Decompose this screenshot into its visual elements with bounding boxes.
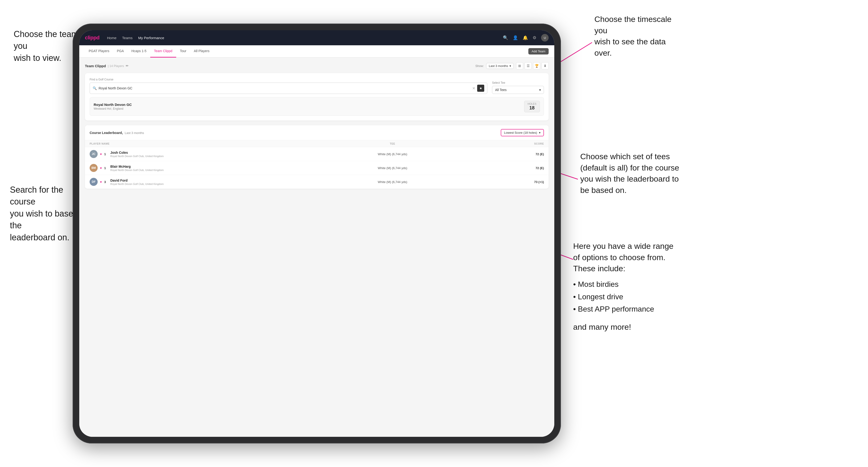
tablet-shell: clippd Home Teams My Performance 🔍 👤 🔔 ⚙…	[73, 24, 561, 443]
annotation-timescale: Choose the timescale you wish to see the…	[594, 14, 684, 59]
leaderboard-card: Course Leaderboard, Last 3 months Lowest…	[85, 125, 549, 189]
annotation-options: Here you have a wide range of options to…	[573, 241, 673, 333]
team-header: Team Clippd | 14 Players ✏ Show: Last 3 …	[85, 62, 549, 69]
nav-home[interactable]: Home	[107, 36, 117, 40]
tab-hcaps[interactable]: Hcaps 1-5	[128, 45, 150, 58]
player-avatar-3: DF	[90, 178, 98, 186]
favorite-icon-2[interactable]: ♥	[100, 166, 102, 170]
course-result: Royal North Devon GC Westward Ho!, Engla…	[90, 97, 544, 116]
annotation-tees: Choose which set of tees (default is all…	[580, 151, 679, 196]
bell-icon[interactable]: 🔔	[523, 35, 528, 40]
favorite-icon-3[interactable]: ♥	[100, 180, 102, 184]
show-dropdown[interactable]: Last 3 months ▾	[486, 63, 514, 69]
nav-teams[interactable]: Teams	[122, 36, 132, 40]
tab-pga[interactable]: PGA	[113, 45, 128, 58]
course-result-info: Royal North Devon GC Westward Ho!, Engla…	[94, 102, 132, 111]
show-controls: Show: Last 3 months ▾ ⊞ ☰ 🏆 ⬇	[475, 62, 549, 69]
clear-search-icon[interactable]: ✕	[472, 86, 475, 91]
list-view-button[interactable]: ☰	[525, 62, 532, 69]
tee-dropdown[interactable]: All Tees ▾	[492, 86, 544, 94]
player-info-1: Josh Coles Royal North Devon Golf Club, …	[111, 151, 164, 158]
download-button[interactable]: ⬇	[541, 62, 549, 69]
leaderboard-title: Course Leaderboard, Last 3 months	[90, 131, 144, 135]
course-location: Westward Ho!, England	[94, 107, 132, 111]
player-col-2: BM ♥ 1 Blair McHarg Royal North Devon Go…	[90, 164, 317, 172]
nav-links: Home Teams My Performance	[107, 36, 164, 40]
chevron-down-icon: ▾	[539, 88, 541, 92]
player-avatar-2: BM	[90, 164, 98, 172]
player-info-2: Blair McHarg Royal North Devon Golf Club…	[111, 165, 164, 172]
search-input-row: 🔍 ✕ ★	[90, 83, 487, 94]
trophy-view-button[interactable]: 🏆	[533, 62, 540, 69]
search-icon: 🔍	[93, 86, 97, 90]
player-rank-2: 1	[104, 166, 108, 170]
users-icon[interactable]: 👤	[513, 35, 518, 40]
th-tee: TEE	[317, 142, 468, 145]
course-search-input[interactable]	[99, 86, 470, 90]
player-rank-1: 1	[104, 152, 108, 156]
score-type-dropdown[interactable]: Lowest Score (18 holes) ▾	[501, 129, 544, 136]
leaderboard-header: Course Leaderboard, Last 3 months Lowest…	[85, 125, 549, 140]
annotation-team-view: Choose the team you wish to view.	[14, 28, 80, 64]
tablet-screen: clippd Home Teams My Performance 🔍 👤 🔔 ⚙…	[79, 30, 554, 437]
chevron-down-icon: ▾	[539, 131, 540, 134]
holes-badge: Holes 18	[524, 101, 540, 112]
settings-icon[interactable]: ⚙	[533, 35, 536, 40]
table-row: BM ♥ 1 Blair McHarg Royal North Devon Go…	[85, 161, 549, 175]
tee-section: Select Tee All Tees ▾	[492, 81, 544, 94]
score-col-3: 73 (+1)	[468, 180, 544, 184]
player-col-3: DF ♥ 3 David Ford Royal North Devon Golf…	[90, 178, 317, 186]
user-avatar[interactable]: U	[541, 34, 549, 41]
tee-col-3: White (M) (6,744 yds)	[317, 180, 468, 184]
player-info-3: David Ford Royal North Devon Golf Club, …	[111, 179, 164, 185]
add-team-button[interactable]: Add Team	[528, 48, 549, 55]
team-title: Team Clippd | 14 Players ✏	[85, 64, 129, 68]
main-content: Team Clippd | 14 Players ✏ Show: Last 3 …	[79, 58, 554, 437]
show-label: Show:	[475, 64, 484, 68]
course-search-row: Find a Golf Course 🔍 ✕ ★ Select Tee	[90, 78, 544, 94]
tee-col-1: White (M) (6,744 yds)	[317, 152, 468, 156]
search-section: Find a Golf Course 🔍 ✕ ★	[90, 78, 487, 94]
star-favorite-button[interactable]: ★	[477, 85, 484, 92]
annotation-course-search: Search for the course you wish to base t…	[10, 184, 81, 243]
sub-nav: PGAT Players PGA Hcaps 1-5 Team Clippd T…	[79, 45, 554, 58]
edit-team-icon[interactable]: ✏	[126, 64, 129, 68]
th-player-name: PLAYER NAME	[90, 142, 317, 145]
nav-my-performance[interactable]: My Performance	[138, 36, 164, 40]
find-course-label: Find a Golf Course	[90, 78, 487, 81]
score-col-1: 72 (E)	[468, 152, 544, 156]
app-logo: clippd	[85, 35, 99, 41]
player-count: | 14 Players	[108, 64, 124, 68]
tab-pgat-players[interactable]: PGAT Players	[85, 45, 113, 58]
th-score: SCORE	[468, 142, 544, 145]
view-icons: ⊞ ☰ 🏆 ⬇	[516, 62, 549, 69]
favorite-icon-1[interactable]: ♥	[100, 152, 102, 156]
chevron-down-icon: ▾	[509, 64, 511, 68]
grid-view-button[interactable]: ⊞	[516, 62, 523, 69]
tee-label: Select Tee	[492, 81, 544, 85]
nav-icons: 🔍 👤 🔔 ⚙ U	[503, 34, 549, 41]
player-rank-3: 3	[104, 180, 108, 184]
nav-bar: clippd Home Teams My Performance 🔍 👤 🔔 ⚙…	[79, 30, 554, 45]
tab-tour[interactable]: Tour	[176, 45, 190, 58]
course-search-card: Find a Golf Course 🔍 ✕ ★ Select Tee	[85, 73, 549, 121]
table-row: DF ♥ 3 David Ford Royal North Devon Golf…	[85, 175, 549, 189]
score-col-2: 72 (E)	[468, 166, 544, 170]
tab-team-clippd[interactable]: Team Clippd	[150, 45, 176, 58]
leaderboard-table: PLAYER NAME TEE SCORE JC ♥ 1 Josh	[85, 140, 549, 189]
course-name: Royal North Devon GC	[94, 102, 132, 106]
player-avatar-1: JC	[90, 150, 98, 158]
search-icon[interactable]: 🔍	[503, 35, 508, 40]
holes-label: Holes	[528, 102, 536, 105]
tee-col-2: White (M) (6,744 yds)	[317, 166, 468, 170]
table-header-row: PLAYER NAME TEE SCORE	[85, 140, 549, 147]
table-row: JC ♥ 1 Josh Coles Royal North Devon Golf…	[85, 147, 549, 161]
holes-value: 18	[528, 105, 536, 111]
app-container: clippd Home Teams My Performance 🔍 👤 🔔 ⚙…	[79, 30, 554, 437]
player-col-1: JC ♥ 1 Josh Coles Royal North Devon Golf…	[90, 150, 317, 158]
tab-all-players[interactable]: All Players	[190, 45, 213, 58]
